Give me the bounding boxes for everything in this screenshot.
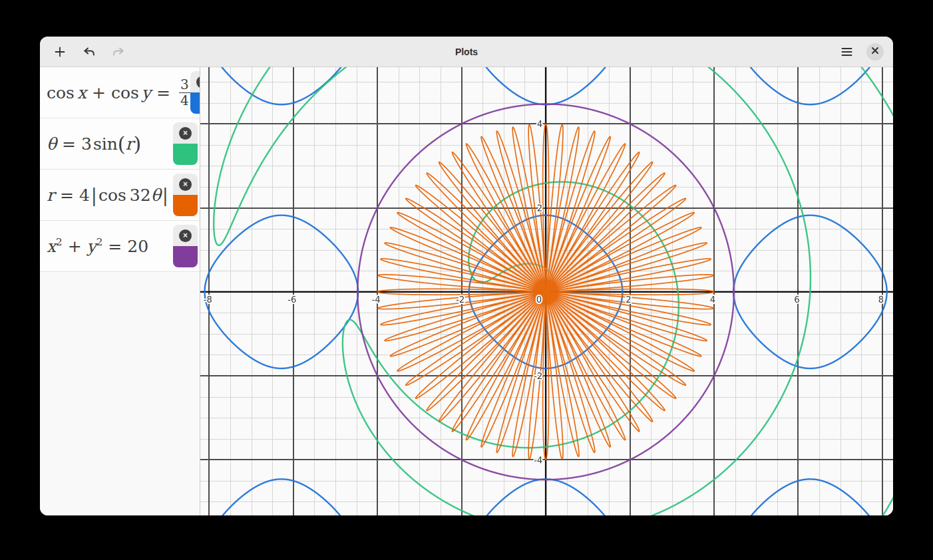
- equation-token: θ: [47, 134, 57, 154]
- equation-delete-button[interactable]: ×: [173, 225, 198, 246]
- equation-token: x2: [47, 237, 63, 256]
- redo-icon: [112, 47, 124, 57]
- close-icon: ×: [179, 229, 192, 242]
- equation-token: 3: [81, 134, 92, 154]
- equation-row: θ=3sin(r)×: [40, 118, 200, 170]
- equation-controls: ×: [173, 122, 198, 165]
- undo-icon: [83, 47, 95, 57]
- equation-row: x2+y2=20×: [40, 221, 200, 272]
- equation-color-swatch[interactable]: [173, 246, 198, 267]
- equation-token: cos: [111, 83, 139, 102]
- equation-token: cos: [47, 83, 75, 102]
- equation-controls: ×: [173, 225, 198, 267]
- plot-area: [200, 67, 893, 515]
- equation-token: =: [60, 186, 74, 205]
- equation-token: sin: [93, 134, 118, 154]
- equation-token: =: [156, 83, 170, 102]
- plots-window: Plots cosx+cosy=34×θ=3sin(r)×r=4|cos32θ|…: [40, 37, 893, 515]
- equation-token: θ: [151, 186, 161, 205]
- equation-formula[interactable]: r=4|cos32θ|: [40, 185, 173, 206]
- equation-color-swatch[interactable]: [173, 144, 198, 165]
- equation-formula[interactable]: x2+y2=20: [40, 237, 173, 256]
- plot-canvas[interactable]: [200, 67, 893, 515]
- equation-row: cosx+cosy=34×: [40, 67, 200, 118]
- add-equation-button[interactable]: [51, 43, 69, 61]
- equation-token: =: [108, 237, 122, 256]
- close-icon: ×: [179, 178, 192, 191]
- equation-token: |: [162, 185, 168, 206]
- equation-token: =: [62, 134, 76, 154]
- equation-color-swatch[interactable]: [173, 195, 198, 216]
- equation-token: (: [118, 132, 126, 156]
- equation-token: r: [126, 134, 134, 154]
- window-title: Plots: [40, 47, 893, 57]
- equation-token: ): [134, 132, 142, 156]
- equation-token: |: [91, 185, 97, 206]
- redo-button[interactable]: [109, 43, 128, 61]
- equation-token: y2: [87, 237, 103, 256]
- equation-token: +: [92, 83, 106, 102]
- equation-controls: ×: [173, 174, 198, 216]
- equation-token: r: [47, 186, 55, 205]
- menu-button[interactable]: [837, 43, 856, 61]
- equation-formula[interactable]: cosx+cosy=34: [40, 77, 190, 108]
- equation-row: r=4|cos32θ|×: [40, 170, 200, 221]
- headerbar: Plots: [40, 37, 893, 67]
- equation-token: 32: [130, 186, 151, 205]
- equation-token: cos: [98, 186, 126, 205]
- equation-token: +: [68, 237, 82, 256]
- equation-formula[interactable]: θ=3sin(r): [40, 132, 173, 156]
- close-icon: ×: [179, 127, 192, 140]
- equation-token: 4: [79, 186, 90, 205]
- equation-delete-button[interactable]: ×: [173, 174, 198, 195]
- close-button[interactable]: [866, 43, 884, 61]
- equation-token: 34: [179, 77, 190, 108]
- equation-token: y: [142, 83, 151, 102]
- close-icon: [871, 47, 879, 57]
- undo-button[interactable]: [80, 43, 98, 61]
- add-icon: [55, 47, 65, 57]
- equation-sidebar: cosx+cosy=34×θ=3sin(r)×r=4|cos32θ|×x2+y2…: [40, 67, 200, 515]
- menu-icon: [841, 47, 852, 57]
- equation-token: 20: [127, 237, 148, 256]
- equation-delete-button[interactable]: ×: [173, 122, 198, 144]
- equation-token: x: [77, 83, 87, 102]
